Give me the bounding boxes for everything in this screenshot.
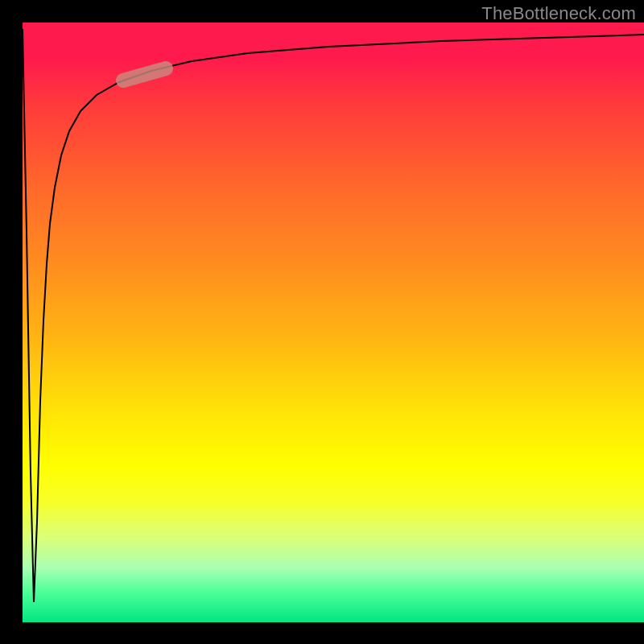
highlight-segment [123,68,166,80]
chart-plot-area [23,23,644,622]
bottleneck-curve-line [23,29,644,602]
watermark-text: TheBottleneck.com [481,3,636,24]
chart-svg [23,23,644,622]
